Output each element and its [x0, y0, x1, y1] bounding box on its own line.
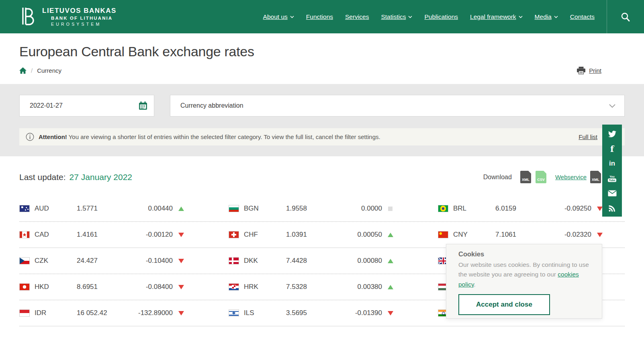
notice-text: Attention! You are viewing a shorter lis… — [39, 133, 380, 140]
nav-statistics[interactable]: Statistics — [381, 13, 412, 20]
currency-code: CZK — [35, 257, 77, 265]
currency-rate: 3.5695 — [286, 309, 336, 317]
brand-name-lt: LIETUVOS BANKAS — [42, 7, 117, 15]
rate-cell-idr: IDR16 052.42-132.89000 — [19, 300, 206, 326]
download-xml-icon[interactable]: XML — [520, 171, 531, 183]
up-arrow-icon — [388, 259, 393, 263]
webservice-xml-icon[interactable]: XML — [590, 171, 601, 183]
main-nav: About us Functions Services Statistics P… — [263, 13, 595, 20]
facebook-icon[interactable]: f — [607, 144, 617, 153]
currency-code: CNY — [453, 231, 495, 239]
nav-services[interactable]: Services — [345, 13, 369, 20]
currency-rate: 1.0391 — [286, 231, 336, 239]
hr-flag-icon — [229, 283, 239, 291]
cn-flag-icon — [438, 231, 448, 238]
full-list-link[interactable]: Full list — [579, 133, 597, 140]
print-icon — [577, 67, 585, 74]
breadcrumb-current: Currency — [37, 67, 61, 74]
nav-publications[interactable]: Publications — [424, 13, 458, 20]
bank-logo[interactable]: LIETUVOS BANKAS BANK OF LITHUANIA EUROSY… — [18, 6, 117, 28]
currency-change: 0.00380 — [348, 283, 382, 291]
cookie-text: Our website uses cookies. By continuing … — [458, 260, 590, 289]
rate-row: AUD1.57710.00440BGN1.95580.0000BRL6.0159… — [19, 196, 625, 222]
currency-change: 0.00080 — [348, 257, 382, 265]
rate-cell-bgn: BGN1.95580.0000 — [229, 196, 415, 221]
cookie-title: Cookies — [458, 250, 590, 258]
linkedin-icon[interactable]: in — [607, 159, 617, 168]
nav-media[interactable]: Media — [535, 13, 558, 20]
currency-code: DKK — [244, 257, 286, 265]
social-sidebar: f in YouTube — [602, 125, 622, 217]
rate-cell-ils: ILS3.5695-0.01390 — [229, 300, 415, 326]
up-arrow-icon — [388, 233, 393, 237]
webservice-link[interactable]: Webservice — [555, 174, 587, 180]
currency-change: 0.00050 — [348, 231, 382, 239]
currency-change: -0.08400 — [138, 283, 173, 291]
rate-cell-aud: AUD1.57710.00440 — [19, 196, 206, 221]
chevron-down-icon — [554, 16, 558, 18]
au-flag-icon — [19, 205, 30, 212]
currency-code: BGN — [244, 205, 286, 213]
date-input[interactable]: 2022-01-27 — [19, 95, 154, 117]
currency-abbreviation-select[interactable]: Currency abbreviation — [170, 95, 625, 117]
down-arrow-icon — [597, 233, 603, 237]
nav-about-us[interactable]: About us — [263, 13, 294, 20]
currency-change: -0.02320 — [557, 231, 591, 239]
currency-code: HRK — [244, 283, 286, 291]
up-arrow-icon — [388, 285, 393, 289]
search-icon[interactable] — [621, 12, 630, 22]
currency-rate: 1.9558 — [286, 205, 336, 213]
currency-change: -0.00120 — [138, 231, 173, 239]
down-arrow-icon — [178, 259, 184, 263]
currency-rate: 16 052.42 — [77, 309, 127, 317]
rate-cell-czk: CZK24.427-0.10400 — [19, 248, 206, 274]
chevron-down-icon — [609, 104, 615, 108]
currency-change: 0.00440 — [138, 205, 173, 213]
nav-legal-framework[interactable]: Legal framework — [470, 13, 523, 20]
info-icon — [26, 133, 34, 141]
filter-section: 2022-01-27 Currency abbreviation — [0, 84, 644, 156]
currency-rate: 1.5771 — [77, 205, 127, 213]
bg-flag-icon — [229, 205, 239, 212]
date-value: 2022-01-27 — [30, 102, 63, 109]
currency-change: -0.10400 — [138, 257, 173, 265]
rate-cell-hkd: HKD8.6951-0.08400 — [19, 274, 206, 300]
twitter-icon[interactable] — [607, 129, 617, 138]
rss-icon[interactable] — [607, 204, 617, 213]
brand-eurosystem: EUROSYSTEM — [42, 22, 117, 27]
update-row: Last update: 27 January 2022 Download XM… — [19, 171, 625, 183]
cz-flag-icon — [19, 257, 30, 264]
accept-and-close-button[interactable]: Accept and close — [458, 294, 550, 315]
header: LIETUVOS BANKAS BANK OF LITHUANIA EUROSY… — [0, 0, 644, 33]
currency-change: 0.0000 — [348, 205, 382, 213]
currency-code: IDR — [35, 309, 77, 317]
breadcrumb-separator: / — [31, 67, 33, 74]
currency-code: CHF — [244, 231, 286, 239]
ch-flag-icon — [229, 231, 239, 238]
currency-rate: 6.0159 — [495, 205, 546, 213]
id-flag-icon — [19, 309, 30, 317]
rate-cell-brl: BRL6.0159-0.09250 — [438, 196, 625, 221]
currency-code: HKD — [35, 283, 77, 291]
bank-logo-icon — [18, 6, 37, 28]
brand-name-en: BANK OF LITHUANIA — [42, 16, 117, 21]
cookie-popup: Cookies Our website uses cookies. By con… — [446, 244, 602, 319]
rate-cell-dkk: DKK7.44280.00080 — [229, 248, 415, 274]
filter-notice: Attention! You are viewing a shorter lis… — [19, 128, 625, 145]
br-flag-icon — [438, 205, 448, 212]
currency-code: CAD — [35, 231, 77, 239]
last-update-date-link[interactable]: 27 January 2022 — [70, 172, 132, 182]
rate-cell-hrk: HRK7.53280.00380 — [229, 274, 415, 300]
nav-contacts[interactable]: Contacts — [570, 13, 595, 20]
youtube-icon[interactable]: YouTube — [607, 174, 617, 183]
currency-select-placeholder: Currency abbreviation — [180, 102, 243, 109]
home-icon[interactable] — [19, 67, 27, 74]
down-arrow-icon — [178, 311, 184, 315]
email-icon[interactable] — [607, 189, 617, 198]
print-button[interactable]: Print — [589, 67, 601, 74]
download-csv-icon[interactable]: CSV — [536, 171, 546, 183]
calendar-icon[interactable] — [139, 101, 147, 110]
nav-functions[interactable]: Functions — [306, 13, 333, 20]
currency-rate: 7.4428 — [286, 257, 336, 265]
breadcrumb: / Currency Print — [19, 67, 625, 74]
